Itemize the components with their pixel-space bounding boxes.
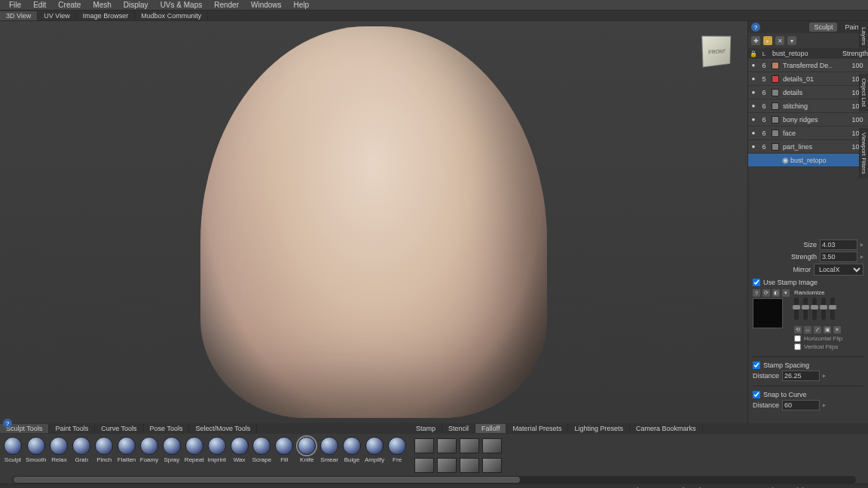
side-tab-objectlist[interactable]: Object List <box>859 74 868 111</box>
falloff-preset-6[interactable] <box>437 458 457 473</box>
tool-relax[interactable]: Relax <box>49 437 69 473</box>
tool-fill[interactable]: Fill <box>274 437 294 473</box>
tool-fre[interactable]: Fre <box>387 437 407 473</box>
options-icon[interactable]: ▾ <box>787 36 796 45</box>
menu-uvs-maps[interactable]: UVs & Maps <box>154 1 209 9</box>
layer-row[interactable]: ●5details_01100 <box>748 72 868 86</box>
viewtab--d-view[interactable]: 3D View <box>0 11 38 20</box>
xform-scale-icon[interactable]: ⤢ <box>814 326 821 334</box>
stamp-spacing-checkbox[interactable] <box>753 361 760 369</box>
tool-sculpt[interactable]: Sculpt <box>3 437 23 473</box>
3d-viewport[interactable]: FRONT <box>0 21 747 423</box>
tool-bulge[interactable]: Bulge <box>342 437 362 473</box>
side-tab-layers[interactable]: Layers <box>859 23 868 50</box>
tool-scrollbar[interactable] <box>12 476 856 483</box>
tab-sculpt[interactable]: Sculpt <box>809 23 837 32</box>
tool-flatten[interactable]: Flatten <box>117 437 136 473</box>
new-layer-icon[interactable]: ✚ <box>751 36 760 45</box>
spacing-stepper[interactable]: ▹ <box>823 373 826 379</box>
preset-tab-lighting-presets[interactable]: Lighting Presets <box>568 424 630 433</box>
tool-knife[interactable]: Knife <box>297 437 316 473</box>
visibility-toggle[interactable]: ● <box>748 116 759 123</box>
preset-tab-stamp[interactable]: Stamp <box>410 424 442 433</box>
tool-foamy[interactable]: Foamy <box>139 437 159 473</box>
strength-stepper[interactable]: ▹ <box>860 254 863 260</box>
snap-distance-input[interactable] <box>782 400 820 410</box>
menu-render[interactable]: Render <box>208 1 245 9</box>
xform-close-icon[interactable]: ✕ <box>833 326 841 334</box>
falloff-preset-5[interactable] <box>414 458 434 473</box>
layer-row[interactable]: ●6stitching100 <box>748 99 868 113</box>
viewcube[interactable]: FRONT <box>701 35 731 67</box>
preset-tab-falloff[interactable]: Falloff <box>475 424 506 433</box>
rand-slider-1[interactable] <box>794 297 799 320</box>
tool-amplify[interactable]: Amplify <box>365 437 384 473</box>
tooltab-paint-tools[interactable]: Paint Tools <box>49 424 95 433</box>
stamp-prev-icon[interactable]: ? <box>753 289 760 297</box>
menu-mesh[interactable]: Mesh <box>87 1 117 9</box>
stamp-preview[interactable] <box>753 298 783 328</box>
visibility-toggle[interactable]: ● <box>748 75 759 82</box>
visibility-toggle[interactable]: ● <box>748 130 759 136</box>
mirror-select[interactable]: LocalX <box>814 264 863 276</box>
xform-move-icon[interactable]: ↔ <box>804 326 811 334</box>
falloff-preset-4[interactable] <box>482 438 502 453</box>
tooltab-pose-tools[interactable]: Pose Tools <box>144 424 190 433</box>
viewtab-image-browser[interactable]: Image Browser <box>77 11 136 20</box>
snap-stepper[interactable]: ▹ <box>823 402 826 408</box>
tool-pinch[interactable]: Pinch <box>94 437 114 473</box>
menu-display[interactable]: Display <box>118 1 154 9</box>
snap-curve-checkbox[interactable] <box>753 391 760 398</box>
falloff-preset-1[interactable] <box>414 438 434 453</box>
rand-slider-5[interactable] <box>830 297 835 320</box>
layer-row[interactable]: ●6details100 <box>748 86 868 99</box>
rand-slider-4[interactable] <box>821 297 826 320</box>
visibility-toggle[interactable]: ● <box>748 62 759 69</box>
falloff-preset-7[interactable] <box>460 458 479 473</box>
stamp-menu-icon[interactable]: ▾ <box>782 289 790 297</box>
xform-flip-icon[interactable]: ▣ <box>824 326 831 334</box>
preset-tab-material-presets[interactable]: Material Presets <box>506 424 568 433</box>
stamp-reload-icon[interactable]: ⟳ <box>763 289 770 297</box>
preset-tab-camera-bookmarks[interactable]: Camera Bookmarks <box>630 424 703 433</box>
xform-rotate-icon[interactable]: ⟲ <box>794 326 802 334</box>
tool-repeat[interactable]: Repeat <box>185 437 204 473</box>
tool-smooth[interactable]: Smooth <box>26 437 47 473</box>
help-icon[interactable]: ? <box>751 23 760 32</box>
menu-create[interactable]: Create <box>52 1 87 9</box>
stamp-add-icon[interactable]: ◐ <box>772 289 780 297</box>
strength-input[interactable] <box>820 252 857 262</box>
hflip-checkbox[interactable] <box>794 335 801 342</box>
visibility-toggle[interactable]: ● <box>748 143 759 150</box>
side-tab-viewportfilters[interactable]: Viewport Filters <box>859 128 868 178</box>
falloff-preset-3[interactable] <box>460 438 479 453</box>
rand-slider-3[interactable] <box>812 297 817 320</box>
viewtab-mudbox-community[interactable]: Mudbox Community <box>135 11 208 20</box>
preset-tab-stencil[interactable]: Stencil <box>442 424 475 433</box>
menu-file[interactable]: File <box>3 1 27 9</box>
spacing-distance-input[interactable] <box>782 371 820 381</box>
help-icon-corner[interactable]: ? <box>3 419 12 428</box>
falloff-preset-2[interactable] <box>437 438 457 453</box>
layer-row[interactable]: ●6part_lines100 <box>748 140 868 154</box>
link-icon[interactable]: L <box>759 50 769 57</box>
layer-row[interactable]: ◉bust_retopo <box>748 154 868 167</box>
menu-help[interactable]: Help <box>288 1 316 9</box>
visibility-toggle[interactable]: ● <box>748 102 759 109</box>
tool-scrape[interactable]: Scrape <box>252 437 271 473</box>
tool-imprint[interactable]: Imprint <box>207 437 227 473</box>
menu-edit[interactable]: Edit <box>27 1 52 9</box>
tool-grab[interactable]: Grab <box>72 437 91 473</box>
tool-smear[interactable]: Smear <box>319 437 339 473</box>
layer-row[interactable]: ●6face100 <box>748 127 868 140</box>
folder-icon[interactable]: ▸ <box>763 36 772 45</box>
size-stepper[interactable]: ▹ <box>860 242 863 248</box>
lock-icon[interactable]: 🔒 <box>748 50 759 57</box>
tooltab-curve-tools[interactable]: Curve Tools <box>95 424 143 433</box>
menu-windows[interactable]: Windows <box>245 1 288 9</box>
vflip-checkbox[interactable] <box>794 343 801 350</box>
viewtab-uv-view[interactable]: UV View <box>38 11 76 20</box>
delete-layer-icon[interactable]: ✕ <box>775 36 784 45</box>
tooltab-select-move-tools[interactable]: Select/Move Tools <box>189 424 257 433</box>
falloff-preset-8[interactable] <box>482 458 502 473</box>
